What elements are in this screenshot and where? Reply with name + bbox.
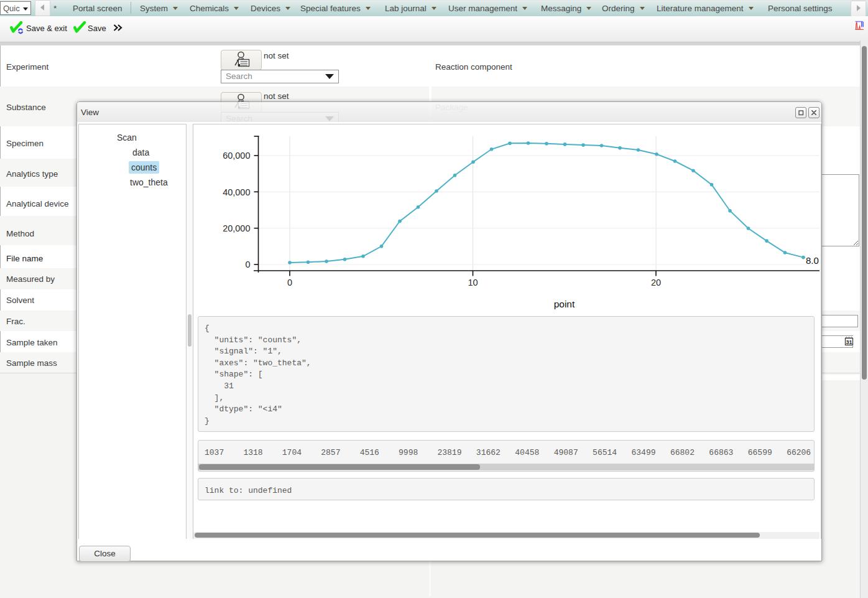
svg-text:0: 0 xyxy=(245,259,250,269)
svg-text:31: 31 xyxy=(846,339,852,345)
svg-text:10: 10 xyxy=(468,278,478,287)
svg-text:20,000: 20,000 xyxy=(223,223,250,233)
svg-text:40,000: 40,000 xyxy=(223,187,250,197)
svg-text:60,000: 60,000 xyxy=(223,151,250,161)
svg-text:8.0: 8.0 xyxy=(806,255,819,266)
svg-text:0: 0 xyxy=(287,278,292,287)
svg-text:20: 20 xyxy=(651,278,661,287)
svg-text:point: point xyxy=(554,299,575,309)
